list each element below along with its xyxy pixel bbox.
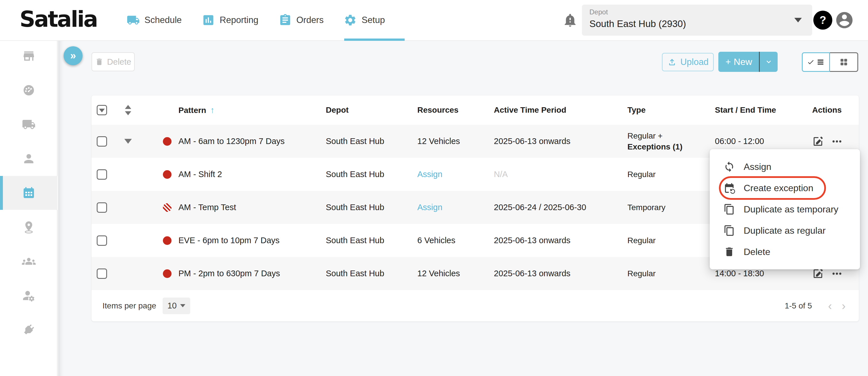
column-header-type[interactable]: Type: [627, 105, 715, 115]
tab-schedule[interactable]: Schedule: [127, 13, 182, 27]
sidebar-item-vehicles[interactable]: [0, 107, 58, 141]
menu-item-duplicate-as-regular[interactable]: Duplicate as regular: [710, 220, 860, 241]
upload-button-label: Upload: [680, 57, 709, 67]
help-button[interactable]: ?: [813, 11, 832, 30]
sidebar-item-locations[interactable]: [0, 210, 58, 244]
grid-view-button[interactable]: [830, 52, 858, 72]
page-size-value: 10: [167, 301, 177, 310]
row-checkbox[interactable]: [97, 136, 107, 147]
tab-label: Orders: [297, 15, 324, 25]
account-circle-icon: [835, 10, 854, 30]
more-actions-button[interactable]: [831, 136, 843, 147]
pattern-name: PM - 2pm to 630pm 7 Days: [179, 269, 326, 278]
type-cell: Regular: [627, 169, 715, 180]
calendar-repeat-icon: [723, 182, 735, 194]
table-header-row: Pattern↑ Depot Resources Active Time Per…: [92, 96, 859, 125]
list-icon: [816, 58, 825, 66]
tab-reporting[interactable]: Reporting: [202, 13, 258, 27]
sidebar-item-shift-patterns[interactable]: [0, 176, 58, 210]
type-cell: Regular +Exceptions (1): [627, 131, 715, 152]
delete-button[interactable]: Delete: [92, 52, 135, 71]
depot-selector-value: South East Hub (2930): [589, 19, 686, 29]
pattern-name: AM - 6am to 1230pm 7 Days: [179, 137, 326, 146]
trash-icon: [95, 58, 103, 66]
sidebar-item-drivers[interactable]: [0, 142, 58, 176]
chevron-down-icon: [765, 58, 773, 66]
menu-item-label: Assign: [744, 162, 771, 172]
depot-cell: South East Hub: [326, 269, 417, 278]
expand-sort-control[interactable]: [125, 105, 131, 115]
type-cell: Temporary: [627, 202, 715, 213]
check-icon: [807, 58, 814, 66]
previous-page-button[interactable]: ‹: [828, 300, 832, 312]
sidebar-item-user-management[interactable]: [0, 279, 58, 312]
sidebar-item-integrations[interactable]: [0, 313, 58, 347]
status-dot-regular: [163, 170, 172, 179]
menu-item-create-exception[interactable]: Create exception: [710, 177, 860, 199]
column-header-active-time-period[interactable]: Active Time Period: [494, 105, 627, 115]
status-dot-regular: [163, 137, 172, 146]
menu-item-label: Delete: [744, 247, 770, 257]
user-avatar[interactable]: [835, 10, 854, 30]
depot-selector[interactable]: Depot South East Hub (2930): [582, 5, 812, 36]
assign-link[interactable]: Assign: [417, 203, 442, 212]
new-dropdown-button[interactable]: [759, 52, 777, 72]
column-header-pattern[interactable]: Pattern↑: [179, 105, 326, 115]
type-cell: Regular: [627, 268, 715, 279]
row-checkbox[interactable]: [97, 169, 107, 180]
more-horiz-icon: [831, 268, 843, 279]
menu-item-delete[interactable]: Delete: [710, 241, 860, 263]
depot-cell: South East Hub: [326, 137, 417, 146]
expand-row-caret[interactable]: [124, 139, 132, 144]
assign-link[interactable]: Assign: [417, 170, 442, 179]
page-size-select[interactable]: 10: [163, 298, 190, 314]
menu-item-label: Duplicate as regular: [744, 226, 826, 236]
edit-button[interactable]: [812, 136, 824, 147]
depot-cell: South East Hub: [326, 236, 417, 245]
new-button-label: New: [734, 57, 752, 67]
main-navigation: Schedule Reporting Orders Setup: [127, 0, 385, 40]
chevron-down-icon: [794, 18, 802, 23]
sort-ascending-icon: ↑: [210, 105, 214, 115]
edit-button[interactable]: [812, 268, 824, 279]
new-button[interactable]: + New: [719, 52, 759, 72]
time-cell: 06:00 - 12:00: [715, 137, 800, 146]
tab-label: Schedule: [145, 15, 182, 25]
truck-icon: [127, 13, 140, 27]
upload-icon: [667, 57, 677, 67]
notifications-bell-icon[interactable]: [563, 13, 577, 28]
select-all-checkbox[interactable]: [97, 105, 107, 115]
store-icon: [22, 49, 36, 63]
menu-item-duplicate-as-temporary[interactable]: Duplicate as temporary: [710, 199, 860, 220]
sidebar-item-teams[interactable]: [0, 244, 58, 278]
help-glyph: ?: [819, 14, 826, 27]
column-header-resources[interactable]: Resources: [417, 105, 494, 115]
menu-item-label: Create exception: [744, 183, 813, 194]
page-range-label: 1-5 of 5: [784, 301, 812, 310]
next-page-button[interactable]: ›: [842, 300, 845, 312]
pattern-name: AM - Shift 2: [179, 170, 326, 179]
sidebar: [0, 41, 58, 376]
row-checkbox[interactable]: [97, 235, 107, 246]
gear-icon: [344, 13, 357, 27]
row-checkbox[interactable]: [97, 202, 107, 213]
more-actions-button[interactable]: [831, 268, 843, 279]
column-header-depot[interactable]: Depot: [326, 105, 417, 115]
tab-orders[interactable]: Orders: [279, 13, 324, 27]
list-view-button[interactable]: [802, 52, 830, 72]
plus-icon: +: [725, 57, 731, 67]
more-horiz-icon: [831, 136, 843, 147]
sidebar-item-depots[interactable]: [0, 39, 58, 73]
row-checkbox[interactable]: [97, 269, 107, 279]
active-period-cell: 2025-06-24 / 2025-06-30: [494, 203, 627, 212]
menu-item-assign[interactable]: Assign: [710, 156, 860, 177]
column-header-start-end-time[interactable]: Start / End Time: [715, 105, 800, 115]
edit-icon: [812, 136, 824, 147]
active-period-cell: 2025-06-13 onwards: [494, 236, 627, 245]
resources-cell: 12 Vehicles: [417, 137, 494, 146]
sidebar-expand-button[interactable]: »: [64, 46, 83, 65]
delete-button-label: Delete: [107, 57, 131, 67]
sidebar-item-dashboard[interactable]: [0, 73, 58, 107]
upload-button[interactable]: Upload: [662, 53, 714, 71]
tab-setup[interactable]: Setup: [344, 13, 385, 27]
